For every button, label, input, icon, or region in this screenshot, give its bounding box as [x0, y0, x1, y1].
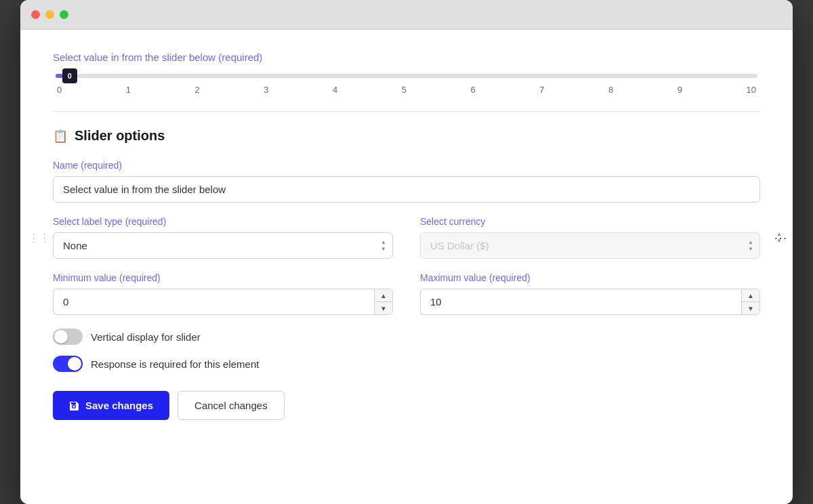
close-button[interactable] — [31, 10, 40, 19]
min-value-col: Minimum value (required) ▲ ▼ — [53, 272, 393, 315]
slider-preview-label: Select value in from the slider below (r… — [53, 51, 760, 63]
min-value-increment[interactable]: ▲ — [375, 289, 392, 302]
min-value-label: Minimum value (required) — [53, 272, 393, 283]
vertical-toggle-knob — [54, 330, 68, 343]
min-value-spinners: ▲ ▼ — [374, 289, 393, 315]
vertical-toggle[interactable] — [53, 329, 83, 345]
vertical-toggle-row: Vertical display for slider — [53, 329, 760, 345]
min-value-wrapper: ▲ ▼ — [53, 289, 393, 315]
name-field-group: Name (required) — [53, 160, 760, 203]
vertical-toggle-label: Vertical display for slider — [91, 331, 201, 343]
slider-options-section: 📋 Slider options Name (required) ⋮⋮ Sele… — [53, 128, 760, 420]
required-toggle[interactable] — [53, 356, 83, 372]
max-value-decrement[interactable]: ▼ — [742, 302, 759, 314]
drag-handle-icon[interactable]: ⋮⋮ — [28, 231, 50, 244]
slider-handle[interactable]: 0 — [62, 68, 77, 83]
max-value-spinners: ▲ ▼ — [741, 289, 760, 315]
label-type-select[interactable]: None Percentage Currency — [53, 232, 393, 259]
required-toggle-knob — [68, 357, 81, 371]
max-value-input[interactable] — [420, 289, 741, 315]
max-value-col: Maximum value (required) ▲ ▼ — [420, 272, 760, 315]
label-currency-row: ⋮⋮ Select label type (required) None Per… — [53, 216, 760, 259]
label-type-wrapper: None Percentage Currency ▲ ▼ — [53, 232, 393, 259]
min-max-row: Minimum value (required) ▲ ▼ Maximum val… — [53, 272, 760, 315]
window: Select value in from the slider below (r… — [20, 0, 793, 504]
max-value-wrapper: ▲ ▼ — [420, 289, 760, 315]
save-button[interactable]: Save changes — [53, 391, 169, 420]
slider-ticks: 0 1 2 3 4 5 6 7 8 9 10 — [56, 85, 757, 95]
currency-label: Select currency — [420, 216, 760, 227]
currency-col: Select currency US Dollar ($) ▲ ▼ — [420, 216, 760, 259]
section-title: Slider options — [75, 128, 165, 144]
label-type-label: Select label type (required) — [53, 216, 393, 227]
titlebar — [20, 0, 793, 30]
label-type-col: Select label type (required) None Percen… — [53, 216, 393, 259]
slider-preview-section: Select value in from the slider below (r… — [53, 51, 760, 95]
slider-options-icon: 📋 — [53, 129, 68, 144]
maximize-button[interactable] — [60, 10, 68, 19]
name-label: Name (required) — [53, 160, 760, 171]
required-toggle-label: Response is required for this element — [91, 358, 259, 370]
section-header: 📋 Slider options — [53, 128, 760, 144]
max-value-increment[interactable]: ▲ — [742, 289, 759, 302]
slider-container[interactable]: 0 0 1 2 3 4 5 6 7 8 9 10 — [53, 74, 760, 95]
min-value-input[interactable] — [53, 289, 374, 315]
action-buttons-row: Save changes Cancel changes — [53, 391, 760, 420]
more-options-button[interactable]: ⋯ — [768, 227, 793, 249]
save-icon — [69, 400, 80, 411]
currency-select[interactable]: US Dollar ($) — [420, 232, 760, 259]
minimize-button[interactable] — [45, 10, 54, 19]
slider-track[interactable]: 0 — [56, 74, 757, 78]
currency-wrapper: US Dollar ($) ▲ ▼ — [420, 232, 760, 259]
name-input[interactable] — [53, 176, 760, 203]
main-content: Select value in from the slider below (r… — [20, 30, 793, 504]
max-value-label: Maximum value (required) — [420, 272, 760, 283]
cancel-button[interactable]: Cancel changes — [178, 391, 285, 420]
min-value-decrement[interactable]: ▼ — [375, 302, 392, 314]
required-toggle-row: Response is required for this element — [53, 356, 760, 372]
section-divider — [53, 111, 760, 112]
